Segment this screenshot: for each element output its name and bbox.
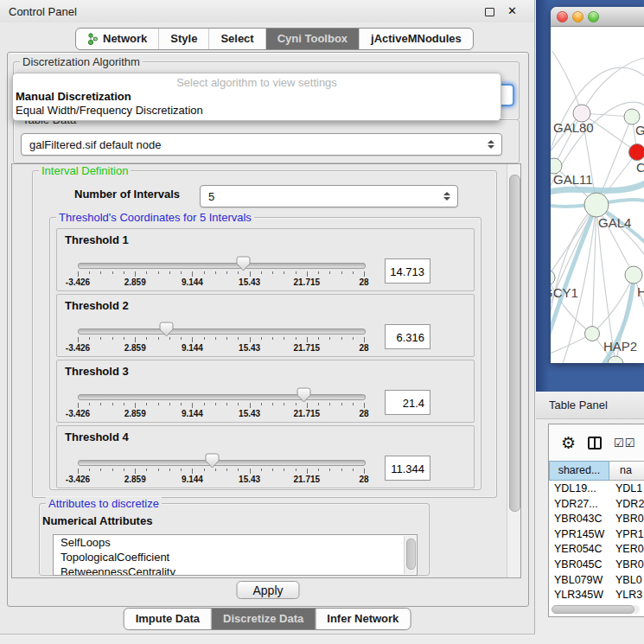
slider-tick-label: 28 (359, 409, 368, 418)
list-scrollbar[interactable] (404, 536, 416, 574)
control-panel-titlebar: Control Panel ✕ (0, 0, 534, 22)
settings-scrollbar-thumb[interactable] (509, 175, 520, 512)
slider-tick (204, 403, 205, 405)
table-cell-name[interactable]: YBR0 (611, 558, 644, 573)
table-row[interactable]: YDL19...YDL1 (549, 481, 644, 497)
table-cell-shared-name[interactable]: YBR043C (549, 512, 611, 527)
table-cell-shared-name[interactable]: YLR345W (549, 588, 611, 603)
threshold-value-field[interactable]: 6.316 (385, 324, 430, 349)
table-cell-shared-name[interactable]: YBR045C (549, 558, 611, 573)
table-cell-shared-name[interactable]: YBL079W (549, 573, 611, 589)
dropdown-placeholder-option[interactable]: Select algorithm to view settings (13, 76, 501, 90)
threshold-slider-track[interactable] (78, 394, 366, 400)
tab-jactivemnodules[interactable]: jActiveMNodules (360, 29, 473, 49)
table-cell-name[interactable]: YPR1 (611, 527, 644, 543)
table-cell-name[interactable]: YBL0 (611, 573, 644, 589)
apply-button[interactable]: Apply (236, 581, 299, 599)
table-cell-shared-name[interactable]: YDR27... (549, 497, 611, 513)
column-header-name[interactable]: na (609, 461, 644, 481)
table-cell-shared-name[interactable]: YDL19... (549, 481, 611, 497)
slider-tick (261, 403, 262, 405)
attribute-list-item[interactable]: SelfLoops (54, 535, 417, 550)
network-node-gal80[interactable] (573, 105, 590, 122)
slider-tick (192, 337, 193, 342)
table-data-group: Table Data galFiltered.sif default node (13, 119, 520, 163)
slider-tick (204, 337, 205, 340)
slider-tick-label: 9.144 (182, 409, 203, 418)
table-row[interactable]: YLR345WYLR3 (549, 588, 644, 603)
threshold-slider-thumb[interactable] (236, 256, 251, 271)
checkbox-icons[interactable]: ☑☑ (614, 437, 635, 450)
table-row[interactable]: YBR045CYBR0 (549, 558, 644, 573)
dropdown-option-manual[interactable]: Manual Discretization (13, 90, 501, 104)
threshold-slider-thumb[interactable] (296, 387, 311, 403)
bottom-tab-infer-network[interactable]: Infer Network (316, 609, 410, 629)
slider-tick-label: 2.859 (124, 475, 146, 484)
float-window-icon[interactable] (485, 8, 494, 16)
table-cell-name[interactable]: YER0 (611, 542, 644, 558)
attribute-list-item[interactable]: BetweennessCentrality (54, 564, 417, 576)
table-cell-name[interactable]: YBR0 (611, 512, 644, 527)
table-cell-name[interactable]: YDR2 (611, 497, 644, 513)
network-node-c[interactable] (629, 144, 644, 161)
threshold-slider-thumb[interactable] (205, 453, 220, 469)
table-hscrollbar-thumb[interactable] (552, 605, 634, 614)
table-hscrollbar[interactable] (552, 605, 640, 614)
table-cell-shared-name[interactable]: YPR145W (549, 527, 611, 543)
close-icon[interactable]: ✕ (507, 4, 517, 17)
table-row[interactable]: YBR043CYBR0 (549, 512, 644, 527)
dropdown-option-equal-width[interactable]: Equal Width/Frequency Discretization (13, 104, 501, 118)
tab-select[interactable]: Select (209, 29, 265, 49)
zoom-traffic-light-icon[interactable] (588, 11, 599, 22)
column-header-shared-name[interactable]: shared... (549, 461, 609, 481)
numerical-attributes-label: Numerical Attributes (42, 514, 152, 527)
split-columns-icon[interactable] (588, 437, 602, 450)
threshold-slider-track[interactable] (78, 460, 366, 466)
node-label: GAL80 (553, 120, 594, 135)
slider-tick (78, 403, 79, 408)
threshold-slider-track[interactable] (78, 263, 366, 269)
num-intervals-combobox[interactable]: 5 (200, 185, 458, 207)
threshold-value-field[interactable]: 11.344 (385, 456, 430, 481)
slider-tick (226, 271, 227, 274)
table-cell-shared-name[interactable]: YER054C (549, 542, 611, 558)
gear-icon[interactable]: ⚙ (561, 435, 576, 451)
table-row[interactable]: YER054CYER0 (549, 542, 644, 558)
network-window-titlebar[interactable] (551, 7, 644, 27)
slider-tick (100, 403, 101, 405)
network-node-gcy1[interactable] (551, 270, 555, 285)
table-data-combobox[interactable]: galFiltered.sif default node (21, 133, 502, 156)
tab-cyni-toolbox[interactable]: Cyni Toolbox (266, 29, 360, 49)
table-row[interactable]: YPR145WYPR1 (549, 527, 644, 543)
threshold-value-field[interactable]: 21.4 (385, 390, 430, 415)
table-cell-name[interactable]: YLR3 (611, 588, 644, 603)
table-row[interactable]: YDR27...YDR2 (549, 497, 644, 513)
slider-tick-label: 21.715 (294, 277, 321, 287)
attribute-list-item[interactable]: TopologicalCoefficient (54, 550, 417, 564)
settings-scrollbar[interactable] (507, 164, 520, 577)
threshold-slider-track[interactable] (78, 328, 366, 335)
threshold-label: Threshold 4 (65, 430, 129, 443)
bottom-tab-impute-data[interactable]: Impute Data (124, 609, 212, 629)
slider-tick (307, 337, 308, 342)
table-cell-name[interactable]: YDL1 (611, 481, 644, 497)
list-scrollbar-thumb[interactable] (406, 539, 416, 570)
slider-tick-label: 21.715 (294, 475, 321, 484)
slider-tick (146, 469, 147, 471)
top-tab-bar: NetworkStyleSelectCyni ToolboxjActiveMNo… (75, 28, 474, 50)
network-node-h[interactable] (625, 266, 642, 284)
bottom-tab-discretize-data[interactable]: Discretize Data (212, 609, 316, 629)
close-traffic-light-icon[interactable] (557, 11, 568, 22)
network-node-gal4[interactable] (584, 193, 609, 217)
table-row[interactable]: YBL079WYBL0 (549, 573, 644, 589)
network-canvas[interactable]: GAL80GACGAL11GAL4GCY1HHAP2 (551, 27, 644, 363)
tab-style[interactable]: Style (159, 29, 209, 49)
control-panel-window: Control Panel ✕ NetworkStyleSelectCyni T… (0, 0, 535, 634)
minimize-traffic-light-icon[interactable] (572, 11, 583, 22)
threshold-value-field[interactable]: 14.713 (385, 258, 430, 284)
threshold-slider-thumb[interactable] (159, 322, 174, 337)
slider-tick (135, 469, 136, 474)
slider-tick (296, 337, 296, 340)
network-node-hap2[interactable] (585, 327, 600, 341)
tab-network[interactable]: Network (76, 29, 159, 49)
